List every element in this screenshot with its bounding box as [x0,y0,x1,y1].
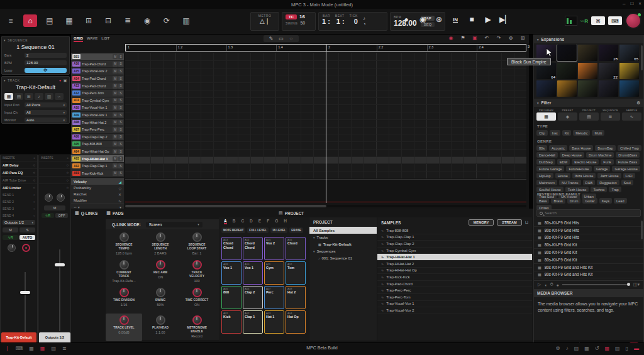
expansion-tile[interactable]: 65 [619,45,639,61]
keyboard-mode-button[interactable]: ⌨ [608,16,622,25]
genre-chip[interactable]: Acoustic [549,145,567,151]
playhead[interactable] [326,44,326,203]
input-ch-select[interactable]: All▾ [25,110,67,115]
qlink-knob[interactable] [192,232,202,242]
volume-fader[interactable] [20,291,30,294]
midi-track-icon[interactable]: ♪ [35,93,43,100]
send-power-icon[interactable]: ○ [33,214,35,217]
result-row[interactable]: ▦80s-Kit-F9 Grid Kit [534,256,643,264]
device-icon[interactable]: ▯ [626,346,628,351]
sample-row[interactable]: ∿Trap-Cymbal-Cym [377,248,532,254]
genre-chip[interactable]: Trap [609,187,621,192]
history-icon[interactable]: ↺ [595,346,599,351]
family-chip[interactable]: Brass [551,198,565,204]
pad-a13[interactable]: A13Chord Chord [221,237,242,260]
insert-power-icon[interactable]: ○ [66,163,69,167]
qlink-knob[interactable] [119,232,129,242]
sample-row[interactable]: ∿Trap-Perc-Tom [377,294,532,301]
pad-a02[interactable]: A02Clap 1 [243,310,263,334]
family-chip[interactable]: Bass [536,198,549,204]
track-solo-button[interactable]: S [118,112,123,117]
track-row[interactable]: A14Trap-Pad-ChordMS [71,75,124,83]
filter-tab-sample[interactable]: SAMPLE∿ [622,109,641,121]
pad-bank-a[interactable]: A [224,219,227,224]
genre-chip[interactable]: Reggaeton [597,180,619,185]
power-icon[interactable]: ○ [67,156,69,160]
family-chip[interactable]: Guitar [582,198,597,204]
pad-a09[interactable]: A09Vox 1 [221,261,242,285]
pencil-tool-icon[interactable]: ✎ [267,36,275,41]
pads-icon[interactable]: ▦ [29,346,34,351]
result-row[interactable]: ▦80s-Kit-F9 Grid Kit [534,249,643,256]
track-row[interactable]: A16Trap-Pad-ChordMS [71,61,124,68]
genre-chip[interactable]: FutureHouse [566,166,591,172]
file-icon[interactable]: ▤ [574,346,579,351]
expansion-tile[interactable] [557,45,577,61]
pad-a06[interactable]: A06Clap 2 [243,286,263,309]
power-icon[interactable]: ○ [33,156,35,160]
track-row[interactable]: A11Trap-Cymbal-CymMS [71,97,124,105]
overdub-button[interactable]: ⊛ [434,15,444,24]
search-input[interactable] [545,211,626,215]
track-mute-button[interactable]: M [113,90,118,96]
pad-bank-f[interactable]: F [267,219,269,224]
genre-chip[interactable]: Future Garage [536,166,564,172]
family-chip[interactable]: Drum [567,198,581,204]
track-mute-button[interactable]: M [113,149,118,154]
expansion-tile[interactable] [578,80,597,97]
expansion-tile[interactable]: 28 [599,45,618,61]
preview-sync-icon[interactable]: ⥀ [550,282,553,287]
expansion-tile[interactable] [619,80,639,97]
filter-tab-sequence[interactable]: SEQUENCE≣ [601,109,620,121]
pad-a15[interactable]: A15Vox 2 [264,237,284,260]
insert-power-icon[interactable]: ○ [66,186,69,190]
track-mute-button[interactable]: M [113,141,118,146]
track-solo-button[interactable]: S [118,54,123,59]
track-mute-button[interactable]: M [113,163,118,168]
qlink-knob-cell[interactable]: METRONOME ENABLERecord [179,314,215,341]
track-row[interactable]: B01MS [71,53,124,61]
sample-row[interactable]: ∿Trap-Clap-Clap 2 [377,241,532,248]
audio-track-icon[interactable]: ∽ [55,93,64,100]
genre-chip[interactable]: Chilled Trap [618,145,641,151]
qlink-knob[interactable] [192,288,202,297]
pad-a11[interactable]: A11Cym [264,261,284,285]
qlink-knob[interactable] [156,315,165,325]
genre-chip[interactable]: Funk [601,159,613,165]
sample-row[interactable]: ∿Trap-HiHat-Hat 2 [377,261,532,268]
looper-icon[interactable]: ⟳ [160,14,174,27]
pad-a05[interactable]: A05808 [221,286,242,309]
pad-bank-b[interactable]: B [233,219,236,224]
track-solo-button[interactable]: S [118,171,123,176]
qlink-knob[interactable] [156,288,165,297]
keyboard-icon[interactable]: ⌨ [16,346,23,351]
memory-button[interactable]: MEMORY [469,219,494,226]
preview-volume-icon[interactable]: ◖ [544,283,547,287]
type-chip[interactable]: Kit [562,130,572,136]
marquee-tool-icon[interactable]: ▭ [277,36,285,41]
preview-output-icon[interactable]: ◫▾ [633,282,640,287]
genre-chip[interactable]: Mainroom [536,180,557,185]
window-control-close[interactable]: × [638,1,641,6]
region-icon[interactable]: ▣ [471,35,479,41]
genre-chip[interactable]: LoFi [623,173,635,178]
track-solo-button[interactable]: S [118,84,123,89]
sequence-name-dropdown[interactable]: 1 Sequence 01 [2,43,69,52]
solo-button[interactable]: S [19,227,35,232]
volume-fader[interactable] [55,263,65,266]
result-row[interactable]: ▦80s-Kit-F9 Grid Hits [534,227,643,234]
mute-button[interactable]: M [44,205,65,210]
power-icon[interactable]: ❘ [5,346,9,351]
automation-read-icon[interactable]: ∽R [580,18,588,24]
eraser-tool-icon[interactable]: ◌ [287,36,295,41]
genre-chip[interactable]: 80s [536,145,547,151]
zoom-h-icon[interactable]: ⊕ [507,35,514,41]
track-record-arm-icon[interactable]: ● [59,79,62,82]
send-slot[interactable]: SEND 1○ [1,191,37,198]
qlink-knob[interactable] [156,260,165,270]
track-row[interactable]: A06Trap-Clap-Clap 2MS [71,134,124,141]
expansions-scrollbar[interactable] [641,45,643,70]
track-mute-button[interactable]: M [113,171,118,176]
lane-probability[interactable]: Probability◇ [71,185,124,191]
tab-pads[interactable]: ▦PADS [106,210,123,216]
